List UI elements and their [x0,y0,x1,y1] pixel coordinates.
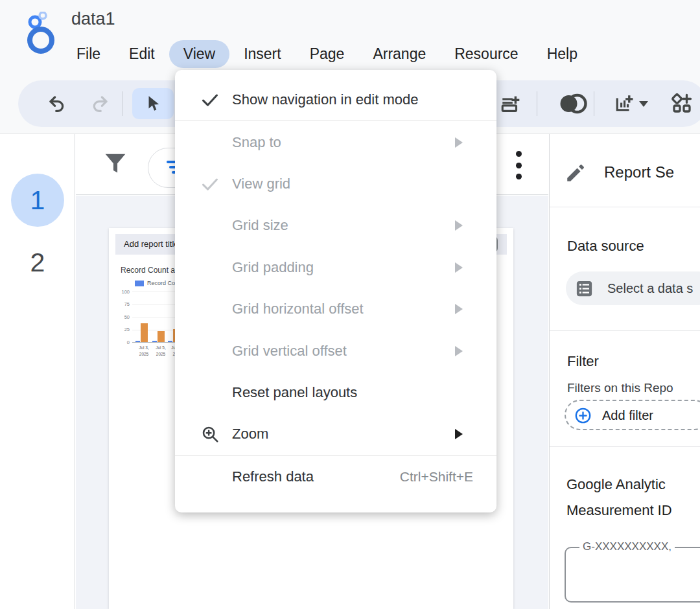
redo-icon[interactable] [88,92,111,115]
y-axis-tick: 50 [117,314,130,320]
y-axis-tick: 100 [117,289,130,295]
gridline [132,304,179,305]
y-axis-tick: 25 [117,327,130,332]
toolbar-divider [537,91,537,116]
filter-subheading: Filters on this Repo [567,381,673,395]
looker-studio-logo-icon[interactable] [19,12,58,54]
select-data-source-label: Select a data s [607,271,693,305]
bar-record-count [135,341,140,342]
panel-title: Report Se [604,163,674,181]
add-control-caret-icon[interactable] [697,92,700,115]
y-axis-tick: 0 [117,339,130,345]
gridline [132,330,179,330]
menu-file[interactable]: File [62,40,115,68]
chart-plot-area: 0255075100Jul 3, 2025Jul 5, 2025Jul 6, 2… [132,292,179,342]
plus-circle-icon [574,407,592,424]
checkmark-icon [194,92,226,108]
zoom-in-icon [194,424,226,444]
view-menu-dropdown: Show navigation in edit mode Snap to Vie… [175,70,496,512]
gridline [132,292,179,292]
menu-item-grid-vertical-offset: Grid vertical offset [175,330,496,371]
menu-help[interactable]: Help [533,40,592,68]
submenu-arrow-icon [455,262,463,273]
report-settings-panel: Report Se Data source Select a data s Fi… [549,134,700,609]
menu-view[interactable]: View [169,40,229,68]
y-axis-tick: 75 [117,301,130,307]
bar-series2 [158,331,165,342]
menu-item-grid-horizontal-offset: Grid horizontal offset [175,288,496,330]
add-filter-button[interactable]: Add filter [565,400,700,430]
more-options-icon[interactable] [509,151,528,179]
menu-item-reset-panel-layouts[interactable]: Reset panel layouts [175,372,496,413]
submenu-arrow-icon [455,220,463,231]
pencil-icon [565,162,587,184]
menu-item-view-grid: View grid [175,163,496,205]
ga-measurement-id-field[interactable] [565,547,700,603]
data-source-heading: Data source [567,238,644,255]
page-navigation: 1 2 [0,134,75,609]
checkmark-icon [194,176,226,192]
bar-record-count [168,341,172,342]
document-title[interactable]: data1 [71,9,115,29]
legend-swatch-blue [135,281,144,286]
page-thumb-1[interactable]: 1 [11,174,64,227]
menu-item-snap-to: Snap to [175,121,496,163]
ga-heading-line1: Google Analytic [566,476,666,493]
panel-divider [550,446,700,447]
ga-field-label: G-XXXXXXXXXX, [579,540,675,553]
ga-heading-line2: Measurement ID [566,502,672,519]
menu-edit[interactable]: Edit [115,40,169,68]
menu-resource[interactable]: Resource [440,40,532,68]
menu-arrange[interactable]: Arrange [358,40,440,68]
keyboard-shortcut: Ctrl+Shift+E [400,469,473,485]
looker-studio-app: data1 File Edit View Insert Page Arrange… [0,0,700,609]
toolbar-divider [594,91,594,116]
gridline [132,342,179,343]
menu-item-refresh-data[interactable]: Refresh data Ctrl+Shift+E [175,456,496,498]
cursor-icon [145,95,161,113]
menu-item-grid-size: Grid size [175,205,496,246]
undo-icon[interactable] [45,92,69,115]
menubar: File Edit View Insert Page Arrange Resou… [62,39,592,69]
add-filter-label: Add filter [602,401,653,430]
add-chart-icon[interactable] [612,92,635,115]
panel-header: Report Se [550,134,700,207]
add-chart-caret-icon[interactable] [636,92,651,115]
data-source-icon [574,279,594,299]
submenu-arrow-icon [455,346,463,356]
submenu-arrow-icon [455,304,463,314]
menu-insert[interactable]: Insert [229,40,296,68]
submenu-arrow-icon [455,137,463,148]
panel-divider [550,330,700,331]
bar-record-count [152,341,157,342]
submenu-arrow-icon [455,429,463,439]
bar-series2 [141,323,148,342]
menu-page[interactable]: Page [296,40,359,68]
blend-data-icon[interactable] [554,92,592,115]
menu-item-grid-padding: Grid padding [175,247,496,288]
add-control-icon[interactable] [670,92,694,115]
select-tool-button[interactable] [132,88,174,119]
select-data-source-button[interactable]: Select a data s [566,271,700,305]
filter-heading: Filter [567,353,599,370]
filter-funnel-icon[interactable] [100,148,130,179]
toolbar-divider [122,91,122,116]
gridline [132,317,179,317]
add-data-icon[interactable] [499,92,522,115]
page-thumb-2[interactable]: 2 [11,243,64,282]
menu-item-zoom[interactable]: Zoom [175,413,496,455]
menu-item-show-navigation[interactable]: Show navigation in edit mode [175,79,496,121]
